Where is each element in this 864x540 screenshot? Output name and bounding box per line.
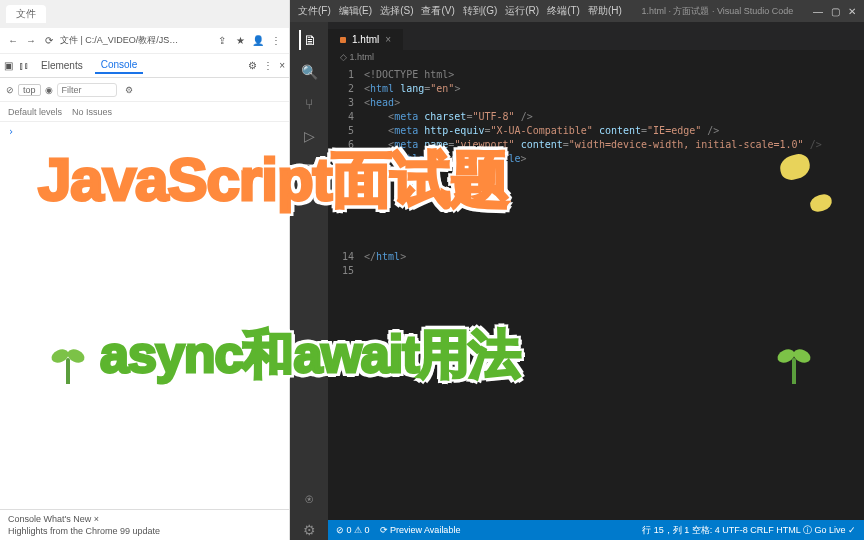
filter-input[interactable] <box>57 83 117 97</box>
browser-tab[interactable]: 文件 <box>6 5 46 23</box>
search-icon[interactable]: 🔍 <box>299 62 319 82</box>
window-title: 1.html · 方面试题 · Visual Studio Code <box>632 5 803 18</box>
menu-select[interactable]: 选择(S) <box>380 4 413 18</box>
source-control-icon[interactable]: ⑂ <box>299 94 319 114</box>
close-icon[interactable]: ✕ <box>848 6 856 17</box>
menu-run[interactable]: 运行(R) <box>505 4 539 18</box>
clear-console-icon[interactable]: ⊘ <box>6 85 14 95</box>
menu-goto[interactable]: 转到(G) <box>463 4 497 18</box>
menu-help[interactable]: 帮助(H) <box>588 4 622 18</box>
menu-view[interactable]: 查看(V) <box>421 4 454 18</box>
tab-close-icon[interactable]: × <box>385 34 391 45</box>
levels-dropdown[interactable]: Default levels <box>8 107 62 117</box>
browser-window: 文件 ← → ⟳ 文件 | C:/A_VIDEO/教程/JS… ⇪ ★ 👤 ⋮ … <box>0 0 290 540</box>
statusbar-right[interactable]: 行 15，列 1 空格: 4 UTF-8 CRLF HTML ⓘ Go Live… <box>642 524 856 537</box>
preview-indicator[interactable]: ⟳ Preview Available <box>380 525 461 535</box>
breadcrumb[interactable]: ◇ 1.html <box>328 50 864 68</box>
devtools-close-icon[interactable]: × <box>279 60 285 71</box>
share-icon[interactable]: ⇪ <box>215 34 229 48</box>
window-controls: — ▢ ✕ <box>813 6 856 17</box>
drawer-tabs[interactable]: Console What's New × <box>8 514 281 524</box>
extensions-icon[interactable]: ★ <box>233 34 247 48</box>
code-editor[interactable]: 1234567 1415 <!DOCTYPE html> <html lang=… <box>328 68 864 520</box>
device-icon[interactable]: ⫿⫾ <box>19 60 29 71</box>
extensions-icon[interactable]: ⊞ <box>299 158 319 178</box>
menu-icon[interactable]: ⋮ <box>269 34 283 48</box>
browser-toolbar: ← → ⟳ 文件 | C:/A_VIDEO/教程/JS… ⇪ ★ 👤 ⋮ <box>0 28 289 54</box>
devtools-tabs: ▣ ⫿⫾ Elements Console ⚙ ⋮ × <box>0 54 289 78</box>
reload-icon[interactable]: ⟳ <box>42 34 56 48</box>
devtools-drawer: Console What's New × Highlights from the… <box>0 509 289 540</box>
console-filter-bar: ⊘ top ◉ ⚙ <box>0 78 289 102</box>
settings-small-icon[interactable]: ⚙ <box>125 85 133 95</box>
vscode-menubar: 文件(F) 编辑(E) 选择(S) 查看(V) 转到(G) 运行(R) 终端(T… <box>298 4 622 18</box>
code-content[interactable]: <!DOCTYPE html> <html lang="en"> <head> … <box>364 68 864 520</box>
menu-edit[interactable]: 编辑(E) <box>339 4 372 18</box>
minimize-icon[interactable]: — <box>813 6 823 17</box>
minimap[interactable] <box>804 68 864 520</box>
console-subbar: Default levels No Issues <box>0 102 289 122</box>
line-numbers: 1234567 1415 <box>328 68 364 520</box>
browser-tabstrip: 文件 <box>0 0 289 28</box>
editor-group: 1.html × ◇ 1.html 1234567 1415 <!DOCTYPE… <box>328 22 864 540</box>
profile-icon[interactable]: 👤 <box>251 34 265 48</box>
devtools-more-icon[interactable]: ⋮ <box>263 60 273 71</box>
console-prompt[interactable] <box>8 126 281 137</box>
elements-tab[interactable]: Elements <box>35 58 89 73</box>
tab-label: 1.html <box>352 34 379 45</box>
maximize-icon[interactable]: ▢ <box>831 6 840 17</box>
context-selector[interactable]: top <box>18 84 41 96</box>
no-issues-label: No Issues <box>72 107 112 117</box>
problems-indicator[interactable]: ⊘ 0 ⚠ 0 <box>336 525 370 535</box>
eye-icon[interactable]: ◉ <box>45 85 53 95</box>
menu-file[interactable]: 文件(F) <box>298 4 331 18</box>
console-tab[interactable]: Console <box>95 57 144 74</box>
vscode-titlebar: 文件(F) 编辑(E) 选择(S) 查看(V) 转到(G) 运行(R) 终端(T… <box>290 0 864 22</box>
status-bar: ⊘ 0 ⚠ 0 ⟳ Preview Available 行 15，列 1 空格:… <box>328 520 864 540</box>
editor-tabs: 1.html × <box>328 22 864 50</box>
whats-new-text: Highlights from the Chrome 99 update <box>8 526 281 536</box>
vscode-window: 文件(F) 编辑(E) 选择(S) 查看(V) 转到(G) 运行(R) 终端(T… <box>290 0 864 540</box>
debug-icon[interactable]: ▷ <box>299 126 319 146</box>
devtools-settings-icon[interactable]: ⚙ <box>248 60 257 71</box>
file-type-icon <box>340 37 346 43</box>
menu-terminal[interactable]: 终端(T) <box>547 4 580 18</box>
back-icon[interactable]: ← <box>6 34 20 48</box>
settings-icon[interactable]: ⚙ <box>299 520 319 540</box>
editor-tab[interactable]: 1.html × <box>328 29 404 50</box>
account-icon[interactable]: ⍟ <box>299 488 319 508</box>
inspect-icon[interactable]: ▣ <box>4 60 13 71</box>
forward-icon[interactable]: → <box>24 34 38 48</box>
console-output[interactable] <box>0 122 289 509</box>
address-bar[interactable]: 文件 | C:/A_VIDEO/教程/JS… <box>60 34 211 47</box>
activity-bar: 🗎 🔍 ⑂ ▷ ⊞ ⍟ ⚙ <box>290 22 328 540</box>
explorer-icon[interactable]: 🗎 <box>299 30 319 50</box>
